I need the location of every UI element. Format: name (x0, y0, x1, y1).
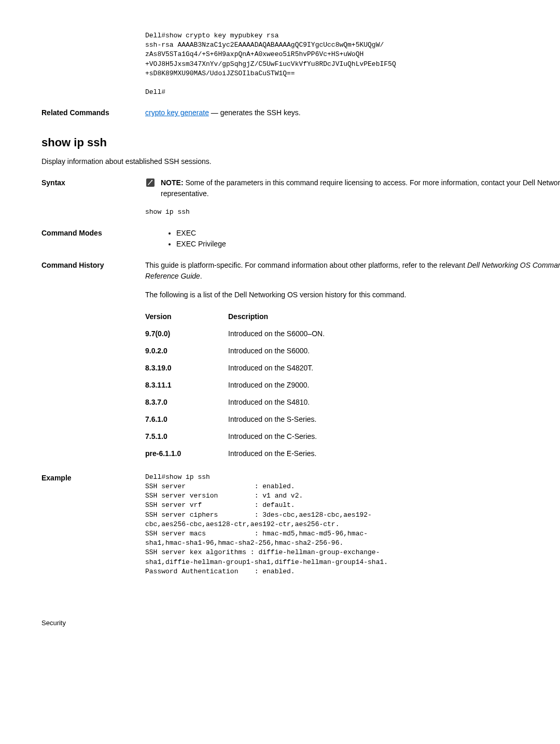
note-box: NOTE: Some of the parameters in this com… (145, 177, 560, 199)
desc-cell: Introduced on the S4810. (228, 397, 560, 408)
table-row: 8.3.11.1 Introduced on the Z9000. (145, 377, 560, 394)
related-commands-text: — generates the SSH keys. (209, 108, 301, 117)
desc-cell: Introduced on the Z9000. (228, 380, 560, 391)
description-header-col: Description (228, 311, 560, 322)
desc-cell: Introduced on the E-Series. (228, 448, 560, 459)
table-row: pre-6.1.1.0 Introduced on the E-Series. (145, 445, 560, 462)
section-title: show ip ssh (41, 134, 560, 151)
version-cell: 9.7(0.0) (145, 328, 228, 339)
history-intro-end: . (200, 272, 202, 280)
command-history-content: This guide is platform-specific. For com… (145, 260, 560, 462)
desc-cell: Introduced on the S-Series. (228, 414, 560, 425)
mode-item: EXEC Privilege (176, 239, 560, 250)
command-history-row: Command History This guide is platform-s… (41, 260, 560, 462)
desc-cell: Introduced on the C-Series. (228, 431, 560, 442)
history-follow-text: The following is a list of the Dell Netw… (145, 290, 560, 300)
version-cell: 7.5.1.0 (145, 431, 228, 442)
syntax-label: Syntax (41, 177, 145, 217)
table-row: 7.6.1.0 Introduced on the S-Series. (145, 411, 560, 428)
version-cell: 9.0.2.0 (145, 346, 228, 356)
table-row: 9.0.2.0 Introduced on the S6000. (145, 342, 560, 360)
table-row: 8.3.7.0 Introduced on the S4810. (145, 394, 560, 411)
command-modes-label: Command Modes (41, 228, 145, 250)
version-cell: 8.3.19.0 (145, 363, 228, 374)
related-commands-label: Related Commands (41, 107, 145, 118)
syntax-command: show ip ssh (145, 207, 560, 217)
syntax-row: Syntax NOTE: Some of the parameters in t… (41, 177, 560, 217)
mode-item: EXEC (176, 228, 560, 239)
note-text-container: NOTE: Some of the parameters in this com… (161, 177, 560, 199)
desc-cell: Introduced on the S6000–ON. (228, 328, 560, 339)
command-modes-row: Command Modes EXEC EXEC Privilege (41, 228, 560, 250)
table-row: 9.7(0.0) Introduced on the S6000–ON. (145, 325, 560, 342)
footer-left: Security (41, 618, 66, 628)
history-intro: This guide is platform-specific. For com… (145, 260, 560, 282)
note-body: Some of the parameters in this command r… (161, 178, 560, 198)
table-row: 8.3.19.0 Introduced on the S4820T. (145, 360, 560, 377)
crypto-key-generate-link[interactable]: crypto key generate (145, 108, 209, 117)
top-code-block: Dell#show crypto key mypubkey rsa ssh-rs… (145, 31, 560, 97)
section-description: Display information about established SS… (41, 156, 560, 167)
svg-point-1 (151, 180, 152, 181)
example-row: Example Dell#show ip ssh SSH server : en… (41, 473, 560, 587)
syntax-content: NOTE: Some of the parameters in this com… (145, 177, 560, 217)
table-row: 7.5.1.0 Introduced on the C-Series. (145, 428, 560, 445)
command-history-label: Command History (41, 260, 145, 462)
version-table-header: Version Description (145, 308, 560, 325)
history-intro-text: This guide is platform-specific. For com… (145, 261, 467, 269)
related-commands-row: Related Commands crypto key generate — g… (41, 107, 560, 118)
desc-cell: Introduced on the S4820T. (228, 363, 560, 374)
note-label: NOTE: (161, 178, 184, 187)
page-footer: Security 1439 (41, 618, 560, 628)
version-cell: pre-6.1.1.0 (145, 448, 228, 459)
command-modes-content: EXEC EXEC Privilege (145, 228, 560, 250)
example-label: Example (41, 473, 145, 587)
desc-cell: Introduced on the S6000. (228, 346, 560, 356)
version-table: Version Description 9.7(0.0) Introduced … (145, 308, 560, 462)
example-code-block: Dell#show ip ssh SSH server : enabled. S… (145, 473, 560, 576)
version-cell: 8.3.11.1 (145, 380, 228, 391)
note-icon (145, 177, 156, 188)
version-cell: 7.6.1.0 (145, 414, 228, 425)
related-commands-content: crypto key generate — generates the SSH … (145, 107, 560, 118)
version-header-col: Version (145, 311, 228, 322)
example-content: Dell#show ip ssh SSH server : enabled. S… (145, 473, 560, 587)
modes-list: EXEC EXEC Privilege (156, 228, 560, 250)
version-cell: 8.3.7.0 (145, 397, 228, 408)
